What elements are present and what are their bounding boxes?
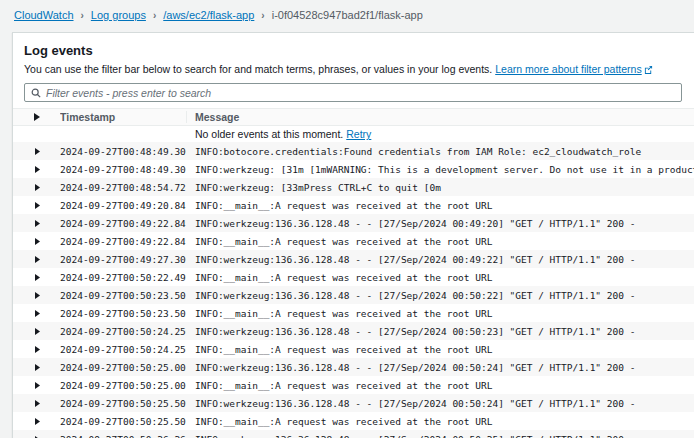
log-event-row[interactable]: 2024-09-27T00:48:49.306Z INFO:botocore.c… bbox=[13, 142, 694, 160]
no-older-events-text: No older events at this moment. bbox=[195, 128, 343, 140]
log-event-row[interactable]: 2024-09-27T00:50:24.256Z INFO:werkzeug:1… bbox=[13, 322, 694, 340]
page-title: Log events bbox=[24, 43, 682, 58]
expand-row-caret-icon[interactable] bbox=[13, 328, 60, 335]
log-event-row[interactable]: 2024-09-27T00:49:20.843Z INFO:__main__:A… bbox=[13, 196, 694, 214]
row-message: INFO:werkzeug:136.36.128.48 - - [27/Sep/… bbox=[186, 434, 694, 438]
expand-row-caret-icon[interactable] bbox=[13, 292, 60, 299]
log-events-panel: Log events You can use the filter bar be… bbox=[12, 32, 694, 438]
row-timestamp: 2024-09-27T00:49:22.849Z bbox=[60, 236, 186, 247]
expand-row-caret-icon[interactable] bbox=[13, 310, 60, 317]
table-header-row: Timestamp Message bbox=[13, 108, 694, 126]
row-message: INFO:werkzeug:136.36.128.48 - - [27/Sep/… bbox=[186, 254, 694, 265]
log-rows-container: 2024-09-27T00:48:49.306Z INFO:botocore.c… bbox=[13, 142, 694, 438]
expand-row-caret-icon[interactable] bbox=[13, 274, 60, 281]
expand-row-caret-icon[interactable] bbox=[13, 418, 60, 425]
row-timestamp: 2024-09-27T00:48:49.306Z bbox=[60, 146, 186, 157]
row-message: INFO:werkzeug:136.36.128.48 - - [27/Sep/… bbox=[186, 326, 694, 337]
log-event-row[interactable]: 2024-09-27T00:50:23.503Z INFO:werkzeug:1… bbox=[13, 286, 694, 304]
row-timestamp: 2024-09-27T00:50:24.256Z bbox=[60, 344, 186, 355]
filter-events-input[interactable] bbox=[46, 84, 675, 101]
external-link-icon bbox=[644, 64, 653, 76]
row-message: INFO:__main__:A request was received at … bbox=[186, 200, 694, 211]
breadcrumb-link[interactable]: /aws/ec2/flask-app bbox=[163, 9, 254, 21]
log-event-row[interactable]: 2024-09-27T00:50:25.509Z INFO:werkzeug:1… bbox=[13, 394, 694, 412]
breadcrumb-link[interactable]: Log groups bbox=[91, 9, 146, 21]
filter-bar[interactable] bbox=[24, 83, 682, 102]
log-event-row[interactable]: 2024-09-27T00:48:54.728Z INFO:werkzeug: … bbox=[13, 178, 694, 196]
row-message: INFO:__main__:A request was received at … bbox=[186, 344, 694, 355]
row-message: INFO:__main__:A request was received at … bbox=[186, 416, 694, 427]
panel-description-text: You can use the filter bar below to sear… bbox=[24, 63, 492, 75]
breadcrumb: CloudWatch›Log groups›/aws/ec2/flask-app… bbox=[0, 0, 694, 21]
row-timestamp: 2024-09-27T00:49:27.306Z bbox=[60, 254, 186, 265]
breadcrumb-separator-icon: › bbox=[81, 10, 84, 21]
expand-row-caret-icon[interactable] bbox=[13, 400, 60, 407]
breadcrumb-separator-icon: › bbox=[153, 10, 156, 21]
expand-row-caret-icon[interactable] bbox=[13, 346, 60, 353]
learn-more-link[interactable]: Learn more about filter patterns bbox=[495, 63, 642, 75]
row-timestamp: 2024-09-27T00:49:20.843Z bbox=[60, 200, 186, 211]
timestamp-column-header[interactable]: Timestamp bbox=[60, 111, 186, 123]
log-event-row[interactable]: 2024-09-27T00:49:27.306Z INFO:werkzeug:1… bbox=[13, 250, 694, 268]
log-event-row[interactable]: 2024-09-27T00:49:22.849Z INFO:werkzeug:1… bbox=[13, 214, 694, 232]
row-timestamp: 2024-09-27T00:48:49.306Z bbox=[60, 164, 186, 175]
row-timestamp: 2024-09-27T00:50:25.509Z bbox=[60, 416, 186, 427]
row-timestamp: 2024-09-27T00:50:22.499Z bbox=[60, 272, 186, 283]
row-message: INFO:__main__:A request was received at … bbox=[186, 380, 694, 391]
log-event-row[interactable]: 2024-09-27T00:50:24.256Z INFO:__main__:A… bbox=[13, 340, 694, 358]
log-event-row[interactable]: 2024-09-27T00:50:25.008Z INFO:__main__:A… bbox=[13, 376, 694, 394]
row-timestamp: 2024-09-27T00:49:22.849Z bbox=[60, 218, 186, 229]
row-timestamp: 2024-09-27T00:50:25.008Z bbox=[60, 380, 186, 391]
row-timestamp: 2024-09-27T00:50:23.503Z bbox=[60, 308, 186, 319]
expand-row-caret-icon[interactable] bbox=[13, 220, 60, 227]
row-timestamp: 2024-09-27T00:50:25.509Z bbox=[60, 398, 186, 409]
row-message: INFO:werkzeug:136.36.128.48 - - [27/Sep/… bbox=[186, 218, 694, 229]
row-message: INFO:__main__:A request was received at … bbox=[186, 236, 694, 247]
row-message: INFO:werkzeug:136.36.128.48 - - [27/Sep/… bbox=[186, 290, 694, 301]
panel-header: Log events You can use the filter bar be… bbox=[13, 33, 694, 108]
log-event-row[interactable]: 2024-09-27T00:50:25.509Z INFO:__main__:A… bbox=[13, 412, 694, 430]
retry-link[interactable]: Retry bbox=[346, 128, 371, 140]
row-message: INFO:__main__:A request was received at … bbox=[186, 272, 694, 283]
expand-row-caret-icon[interactable] bbox=[13, 202, 60, 209]
row-timestamp: 2024-09-27T00:48:54.728Z bbox=[60, 182, 186, 193]
row-message: INFO:werkzeug:136.36.128.48 - - [27/Sep/… bbox=[186, 362, 694, 373]
breadcrumb-separator-icon: › bbox=[261, 10, 264, 21]
no-older-events-row: No older events at this moment.Retry bbox=[13, 126, 694, 142]
expand-row-caret-icon[interactable] bbox=[13, 364, 60, 371]
expand-row-caret-icon[interactable] bbox=[13, 382, 60, 389]
expand-all-caret-icon[interactable] bbox=[13, 113, 60, 121]
row-message: INFO:__main__:A request was received at … bbox=[186, 308, 694, 319]
row-timestamp: 2024-09-27T00:50:26.260Z bbox=[60, 434, 186, 438]
search-icon bbox=[31, 88, 41, 98]
row-timestamp: 2024-09-27T00:50:23.503Z bbox=[60, 290, 186, 301]
message-column-header[interactable]: Message bbox=[186, 111, 694, 123]
breadcrumb-link[interactable]: CloudWatch bbox=[14, 9, 74, 21]
expand-row-caret-icon[interactable] bbox=[13, 166, 60, 173]
row-timestamp: 2024-09-27T00:50:25.008Z bbox=[60, 362, 186, 373]
log-event-row[interactable]: 2024-09-27T00:50:26.260Z INFO:werkzeug:1… bbox=[13, 430, 694, 438]
log-event-row[interactable]: 2024-09-27T00:48:49.306Z INFO:werkzeug: … bbox=[13, 160, 694, 178]
log-event-row[interactable]: 2024-09-27T00:49:22.849Z INFO:__main__:A… bbox=[13, 232, 694, 250]
expand-row-caret-icon[interactable] bbox=[13, 238, 60, 245]
expand-row-caret-icon[interactable] bbox=[13, 148, 60, 155]
log-event-row[interactable]: 2024-09-27T00:50:25.008Z INFO:werkzeug:1… bbox=[13, 358, 694, 376]
expand-row-caret-icon[interactable] bbox=[13, 256, 60, 263]
row-message: INFO:botocore.credentials:Found credenti… bbox=[186, 146, 694, 157]
row-message: INFO:werkzeug:136.36.128.48 - - [27/Sep/… bbox=[186, 398, 694, 409]
row-message: INFO:werkzeug: [33mPress CTRL+C to quit … bbox=[186, 182, 694, 193]
panel-description: You can use the filter bar below to sear… bbox=[24, 63, 682, 76]
log-event-row[interactable]: 2024-09-27T00:50:22.499Z INFO:__main__:A… bbox=[13, 268, 694, 286]
row-timestamp: 2024-09-27T00:50:24.256Z bbox=[60, 326, 186, 337]
log-event-row[interactable]: 2024-09-27T00:50:23.503Z INFO:__main__:A… bbox=[13, 304, 694, 322]
expand-row-caret-icon[interactable] bbox=[13, 184, 60, 191]
breadcrumb-current: i-0f04528c947bad2f1/flask-app bbox=[272, 9, 423, 21]
log-events-table: Timestamp Message No older events at thi… bbox=[13, 108, 694, 438]
row-message: INFO:werkzeug: [31m [1mWARNING: This is … bbox=[186, 164, 694, 175]
